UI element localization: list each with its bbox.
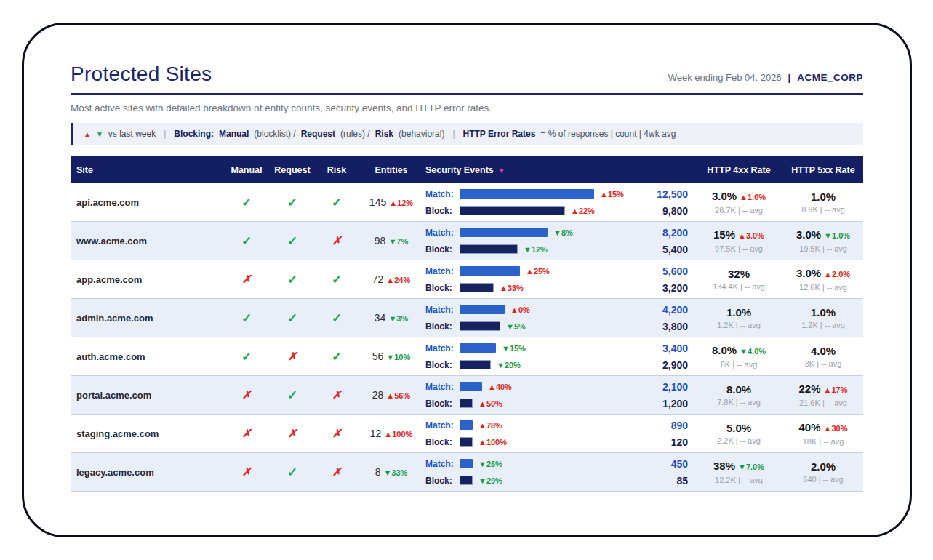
http-4xx-count-avg: 26.7K | -- avg (698, 206, 780, 215)
http-5xx-delta: ▼1.0% (824, 231, 850, 240)
http-5xx-delta: ▲2.0% (824, 270, 850, 279)
block-bar-line: Block: ▼20% (425, 359, 631, 371)
match-label: Match: (425, 420, 460, 431)
security-events-cell: Match: ▲78% Block: ▲100% 890 120 (425, 420, 698, 448)
security-bars: Match: ▲40% Block: ▲50% (425, 381, 631, 409)
request-blocking-mark: ✓ (268, 272, 316, 287)
http-5xx-cell: 3.0%▲2.0% 12.6K | -- avg (780, 267, 867, 292)
http-4xx-rate: 32% (728, 268, 750, 280)
report-header: Protected Sites Week ending Feb 04, 2026… (71, 63, 863, 86)
http-4xx-rate: 15% (713, 228, 735, 241)
match-bar-line: Match: ▲15% (425, 188, 631, 200)
match-count: 4,200 (631, 304, 688, 316)
table-row: admin.acme.com ✓ ✓ ✓ 34▼3% Match: ▲0% Bl… (71, 299, 863, 337)
http-5xx-rate: 3.0% (796, 267, 821, 279)
manual-blocking-mark: ✗ (225, 465, 268, 479)
entities-count: 56 (372, 351, 384, 362)
block-bar (460, 206, 565, 215)
match-bar (460, 459, 473, 468)
match-bar-line: Match: ▲40% (425, 381, 631, 393)
match-count: 12,500 (631, 188, 688, 200)
risk-blocking-mark: ✗ (316, 465, 357, 479)
http-5xx-cell: 22%▲17% 21.6K | -- avg (780, 383, 867, 407)
manual-blocking-mark: ✗ (225, 388, 268, 401)
legend-manual-label: Manual (219, 129, 249, 139)
col-header-http-4xx[interactable]: HTTP 4xx Rate (698, 165, 780, 175)
legend-request-label: Request (301, 129, 335, 139)
http-4xx-count-avg: 2.2K | -- avg (698, 436, 780, 445)
http-4xx-cell: 5.0% 2.2K | -- avg (698, 422, 780, 445)
match-delta: ▼8% (553, 228, 573, 237)
entities-delta: ▲100% (384, 430, 412, 439)
risk-blocking-mark: ✗ (316, 388, 357, 401)
col-header-security-events[interactable]: Security Events▼ (425, 165, 698, 175)
entities-cell: 28▲56% (357, 389, 425, 401)
security-events-cell: Match: ▲25% Block: ▲33% 5,600 3,200 (425, 265, 698, 294)
risk-blocking-mark: ✗ (316, 234, 357, 247)
site-name: admin.acme.com (71, 313, 225, 324)
block-bar-line: Block: ▼29% (425, 475, 631, 487)
entities-delta: ▼33% (383, 468, 407, 477)
col-header-manual[interactable]: Manual (225, 165, 268, 175)
http-4xx-rate: 3.0% (712, 190, 737, 202)
block-delta: ▼12% (524, 245, 548, 254)
match-count: 8,200 (631, 227, 688, 239)
http-5xx-cell: 3.0%▼1.0% 19.5K | -- avg (780, 228, 867, 253)
security-bars: Match: ▲25% Block: ▲33% (425, 265, 631, 294)
http-5xx-count-avg: 18K | -- avg (780, 437, 867, 446)
http-5xx-cell: 1.0% 1.2K | -- avg (780, 306, 867, 329)
match-label: Match: (425, 382, 460, 392)
entities-cell: 12▲100% (357, 428, 425, 439)
security-counts: 4,200 3,800 (631, 304, 698, 332)
http-4xx-count-avg: 6K | -- avg (698, 360, 780, 369)
match-count: 2,100 (631, 381, 688, 393)
legend-manual-note: (blocklist) / (254, 129, 295, 139)
col-header-http-5xx[interactable]: HTTP 5xx Rate (780, 165, 867, 175)
http-4xx-cell: 1.0% 1.2K | -- avg (698, 306, 780, 329)
risk-blocking-mark: ✓ (316, 195, 357, 210)
http-5xx-delta: ▲30% (824, 424, 848, 433)
http-4xx-delta: ▼7.0% (738, 463, 764, 471)
table-header-row: Site Manual Request Risk Entities Securi… (71, 156, 863, 183)
block-label: Block: (425, 283, 460, 293)
col-header-risk[interactable]: Risk (316, 165, 357, 175)
match-label: Match: (425, 459, 460, 469)
block-bar-line: Block: ▲22% (425, 205, 631, 217)
block-count: 3,200 (631, 282, 688, 294)
site-name: legacy.acme.com (71, 467, 225, 478)
col-header-entities[interactable]: Entities (357, 165, 425, 175)
sort-desc-icon[interactable]: ▼ (498, 167, 505, 175)
http-5xx-rate: 22% (799, 383, 821, 395)
security-counts: 450 85 (631, 458, 698, 487)
security-events-cell: Match: ▲15% Block: ▲22% 12,500 9,800 (425, 188, 698, 217)
legend-risk-label: Risk (375, 129, 393, 139)
block-delta: ▼5% (506, 322, 526, 331)
up-triangle-icon: ▲ (84, 130, 91, 138)
entities-count: 34 (375, 312, 386, 324)
col-header-site[interactable]: Site (71, 165, 225, 175)
http-5xx-cell: 4.0% 3K | -- avg (780, 345, 867, 368)
request-blocking-mark: ✓ (268, 311, 316, 326)
http-4xx-rate: 8.0% (712, 344, 737, 356)
col-header-request[interactable]: Request (268, 165, 316, 175)
block-bar (460, 360, 491, 369)
legend-risk-note: (behavioral) (399, 129, 444, 139)
table-row: legacy.acme.com ✗ ✓ ✗ 8▼33% Match: ▼25% … (71, 453, 863, 492)
request-blocking-mark: ✓ (268, 388, 316, 403)
block-count: 1,200 (631, 398, 688, 409)
http-5xx-rate: 4.0% (811, 345, 836, 357)
http-4xx-cell: 8.0% 7.8K | -- avg (698, 383, 780, 407)
report-subtitle: Most active sites with detailed breakdow… (71, 103, 863, 113)
protected-sites-table: Site Manual Request Risk Entities Securi… (71, 156, 863, 492)
block-delta: ▼20% (497, 361, 521, 369)
security-bars: Match: ▲78% Block: ▲100% (425, 420, 631, 448)
table-row: portal.acme.com ✗ ✓ ✗ 28▲56% Match: ▲40%… (71, 376, 863, 415)
manual-blocking-mark: ✓ (225, 233, 268, 249)
http-4xx-cell: 15%▲3.0% 97.5K | -- avg (698, 228, 780, 253)
http-5xx-count-avg: 21.6K | -- avg (780, 399, 867, 407)
site-name: api.acme.com (71, 197, 225, 208)
site-name: staging.acme.com (71, 428, 225, 439)
block-bar (460, 321, 500, 331)
block-delta: ▲33% (500, 284, 524, 292)
http-4xx-count-avg: 97.5K | -- avg (698, 244, 780, 253)
